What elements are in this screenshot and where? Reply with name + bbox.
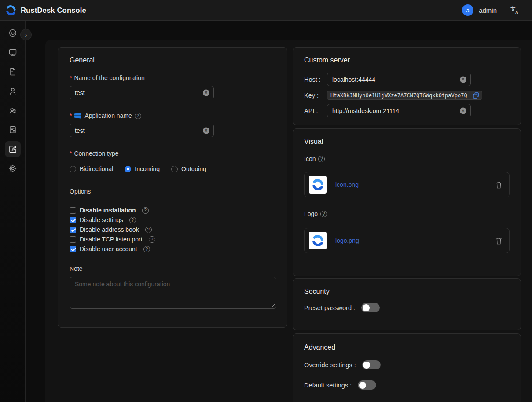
note-textarea[interactable]: Some note about this configuration: [70, 277, 276, 309]
help-icon[interactable]: [149, 236, 155, 243]
advanced-title: Advanced: [304, 344, 510, 351]
host-input[interactable]: localhost:44444: [327, 73, 471, 86]
clear-icon[interactable]: [460, 107, 466, 114]
config-name-input[interactable]: test: [70, 86, 214, 99]
override-settings-toggle[interactable]: [362, 360, 381, 369]
language-translate-icon[interactable]: 文 A: [510, 5, 520, 15]
checkbox[interactable]: [70, 227, 76, 233]
help-icon[interactable]: [129, 217, 136, 223]
copy-icon[interactable]: [473, 92, 479, 99]
key-row: Key : HtaXBkJNHyn0e1U1jWXze7A7CN7QTGWqxk…: [304, 91, 510, 100]
sidebar-item-documents-review[interactable]: [5, 122, 21, 138]
key-label: Key :: [304, 92, 327, 99]
sidebar-item-groups[interactable]: [5, 102, 21, 118]
user-group-icon: [8, 106, 17, 115]
note-placeholder: Some note about this configuration: [75, 281, 170, 288]
user-icon: [8, 87, 17, 95]
api-label: API :: [304, 107, 327, 114]
sidebar-item-settings[interactable]: [5, 161, 21, 176]
default-settings-label: Default settings :: [304, 382, 352, 389]
resize-handle-icon[interactable]: [271, 303, 275, 307]
brand: RustDesk Console: [0, 4, 86, 16]
help-icon[interactable]: [320, 211, 327, 217]
radio-bidirectional[interactable]: Bidirectional: [70, 165, 113, 172]
clear-icon[interactable]: [460, 76, 466, 83]
connection-type-label: Connection type: [70, 150, 275, 157]
preset-password-row: Preset password :: [304, 303, 510, 312]
content-area: General Name of the configuration test A…: [45, 40, 532, 402]
rustdesk-logo-icon: [5, 4, 17, 16]
radio-dot[interactable]: [125, 166, 131, 172]
visual-title: Visual: [304, 138, 510, 146]
server-key-value: HtaXBkJNHyn0e1U1jWXze7A7CN7QTGWqxkOtpaVp…: [327, 91, 482, 100]
avatar[interactable]: a: [462, 4, 473, 16]
monitor-icon: [8, 48, 17, 57]
document-icon: [8, 67, 17, 76]
api-input[interactable]: http://rustdesk.om:21114: [327, 104, 471, 117]
radio-dot[interactable]: [70, 166, 76, 172]
clear-icon[interactable]: [203, 127, 209, 134]
default-settings-toggle[interactable]: [358, 380, 376, 390]
icon-filename-link[interactable]: icon.png: [335, 181, 359, 188]
connection-type-group: Bidirectional Incoming Outgoing: [70, 164, 275, 173]
windows-icon: [74, 112, 81, 119]
option-disable-user-account[interactable]: Disable user account: [70, 244, 275, 254]
checkbox[interactable]: [70, 246, 76, 252]
icon-upload-row: icon.png: [304, 172, 510, 197]
sidebar-item-smiley[interactable]: [5, 25, 21, 41]
radio-incoming[interactable]: Incoming: [125, 165, 160, 172]
general-panel: General Name of the configuration test A…: [58, 47, 287, 328]
document-search-icon: [8, 125, 17, 134]
preset-password-toggle[interactable]: [361, 303, 380, 312]
radio-dot[interactable]: [171, 166, 178, 172]
preset-password-label: Preset password :: [304, 304, 355, 311]
top-bar: RustDesk Console a admin 文 A: [0, 0, 532, 21]
sidebar-item-users[interactable]: [5, 83, 21, 99]
host-label: Host :: [304, 76, 327, 83]
sidebar-item-custom-client[interactable]: [5, 141, 21, 157]
checkbox[interactable]: [70, 207, 76, 214]
help-icon[interactable]: [143, 246, 150, 252]
username[interactable]: admin: [479, 7, 497, 14]
sidebar-item-devices[interactable]: [5, 44, 21, 60]
delete-icon[interactable]: [495, 181, 502, 189]
security-title: Security: [304, 288, 510, 296]
help-icon[interactable]: [135, 113, 141, 119]
logo-label: Logo: [304, 210, 510, 218]
clear-icon[interactable]: [203, 89, 209, 96]
override-settings-label: Override settings :: [304, 362, 356, 369]
rustdesk-logo-icon: [311, 178, 324, 191]
app-name-label: Application name: [70, 112, 275, 120]
advanced-panel: Advanced Override settings : Default set…: [293, 333, 521, 402]
config-name-label: Name of the configuration: [70, 74, 275, 82]
option-disable-installation[interactable]: Disable installation: [70, 205, 275, 215]
note-label: Note: [70, 265, 275, 273]
gear-icon: [8, 164, 17, 173]
option-disable-settings[interactable]: Disable settings: [70, 215, 275, 225]
host-row: Host : localhost:44444: [304, 73, 510, 86]
custom-server-panel: Custom server Host : localhost:44444 Key…: [293, 47, 521, 125]
option-disable-address-book[interactable]: Disable address book: [70, 225, 275, 234]
checkbox[interactable]: [70, 217, 76, 223]
option-disable-tcp-listen-port[interactable]: Disable TCP listen port: [70, 234, 275, 244]
icon-label: Icon: [304, 155, 510, 163]
sidebar-item-audit[interactable]: [5, 64, 21, 80]
sidebar: [0, 21, 26, 402]
app-name-input[interactable]: test: [70, 124, 214, 137]
options-label: Options: [70, 187, 275, 195]
override-settings-row: Override settings :: [304, 360, 510, 369]
default-settings-row: Default settings :: [304, 380, 510, 390]
logo-filename-link[interactable]: logo.png: [335, 237, 359, 244]
delete-icon[interactable]: [495, 237, 502, 245]
help-icon[interactable]: [318, 156, 325, 162]
radio-outgoing[interactable]: Outgoing: [171, 165, 206, 172]
rustdesk-logo-icon: [311, 234, 324, 247]
help-icon[interactable]: [145, 227, 152, 233]
custom-server-title: Custom server: [304, 56, 510, 64]
checkbox[interactable]: [70, 236, 76, 243]
sidebar-expand-button[interactable]: [20, 29, 32, 40]
api-row: API : http://rustdesk.om:21114: [304, 104, 510, 117]
smiley-icon: [8, 29, 17, 37]
visual-panel: Visual Icon icon.png Logo: [293, 128, 521, 276]
help-icon[interactable]: [142, 207, 149, 214]
